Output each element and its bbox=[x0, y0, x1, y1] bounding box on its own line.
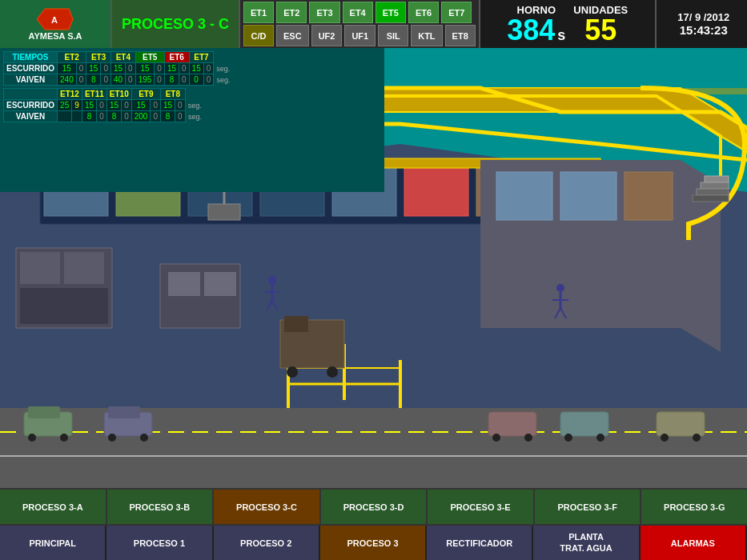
svg-point-53 bbox=[661, 434, 669, 442]
btn-et8[interactable]: ET8 bbox=[445, 25, 476, 46]
nav-proceso3[interactable]: PROCESO 3 bbox=[320, 526, 427, 560]
nav-alarmas[interactable]: ALARMAS bbox=[641, 526, 747, 560]
horno-area: HORNO 384 s UNIDADES 55 bbox=[479, 0, 655, 48]
nav-proceso2[interactable]: PROCESO 2 bbox=[214, 526, 320, 560]
btn-et5[interactable]: ET5 bbox=[376, 2, 406, 23]
svg-point-50 bbox=[564, 434, 572, 442]
svg-text:A: A bbox=[52, 15, 58, 25]
svg-rect-15 bbox=[20, 252, 60, 284]
logo-area: A AYMESA S.A bbox=[0, 0, 112, 48]
svg-rect-46 bbox=[488, 412, 536, 436]
btn-et7[interactable]: ET7 bbox=[441, 2, 472, 23]
svg-rect-17 bbox=[20, 288, 108, 324]
svg-rect-20 bbox=[204, 272, 236, 296]
tab-proceso-3b[interactable]: PROCESO 3-B bbox=[107, 490, 215, 524]
horno-value: 384 bbox=[507, 16, 555, 45]
btn-sil[interactable]: SIL bbox=[378, 25, 408, 46]
unidades-block: UNIDADES 55 bbox=[573, 4, 628, 45]
svg-point-25 bbox=[268, 276, 276, 284]
btn-ktl[interactable]: KTL bbox=[411, 25, 442, 46]
svg-rect-16 bbox=[64, 252, 104, 284]
svg-rect-64 bbox=[701, 182, 729, 189]
svg-point-47 bbox=[492, 434, 500, 442]
svg-point-30 bbox=[556, 284, 564, 292]
logo-icon: A bbox=[33, 7, 77, 31]
btn-cd[interactable]: C/D bbox=[243, 25, 274, 46]
svg-point-40 bbox=[28, 434, 36, 442]
btn-et6[interactable]: ET6 bbox=[408, 2, 439, 23]
svg-point-48 bbox=[524, 434, 532, 442]
svg-point-70 bbox=[327, 366, 338, 378]
app: A AYMESA S.A PROCESO 3 - C ET1 ET2 ET3 E… bbox=[0, 0, 747, 560]
top-buttons: ET1 ET2 ET3 ET4 ET5 ET6 ET7 C/D ESC UF2 … bbox=[240, 0, 479, 48]
btn-et4[interactable]: ET4 bbox=[343, 2, 373, 23]
svg-rect-68 bbox=[284, 316, 308, 332]
svg-point-54 bbox=[693, 434, 701, 442]
time-display: 15:43:23 bbox=[680, 23, 728, 37]
unidades-value: 55 bbox=[584, 16, 616, 45]
times-panel: TIEMPOS ET2 ET3 ET4 ET5 ET6 ET7 ESCURRID… bbox=[0, 48, 384, 192]
btn-row-2: C/D ESC UF2 UF1 SIL KTL ET8 bbox=[243, 25, 476, 46]
svg-rect-49 bbox=[560, 412, 608, 436]
datetime-area: 17/ 9 /2012 15:43:23 bbox=[655, 0, 747, 48]
nav-rectificador[interactable]: RECTIFICADOR bbox=[427, 526, 533, 560]
btn-et1[interactable]: ET1 bbox=[243, 2, 274, 23]
svg-rect-52 bbox=[657, 412, 705, 436]
nav-principal[interactable]: PRINCIPAL bbox=[0, 526, 106, 560]
btn-uf1[interactable]: UF1 bbox=[344, 25, 376, 46]
times-table-bottom: ET12 ET11 ET10 ET9 ET8 ESCURRIDO 259 150… bbox=[3, 88, 205, 122]
nav-planta-agua[interactable]: PLANTATRAT. AGUA bbox=[533, 526, 640, 560]
svg-rect-22 bbox=[496, 172, 552, 220]
btn-row-1: ET1 ET2 ET3 ET4 ET5 ET6 ET7 bbox=[243, 2, 476, 23]
svg-rect-11 bbox=[404, 164, 468, 216]
tab-proceso-3d[interactable]: PROCESO 3-D bbox=[321, 490, 428, 524]
nav-proceso1[interactable]: PROCESO 1 bbox=[106, 526, 213, 560]
btn-et3[interactable]: ET3 bbox=[309, 2, 339, 23]
btn-uf2[interactable]: UF2 bbox=[311, 25, 343, 46]
content-area: TIEMPOS ET2 ET3 ET4 ET5 ET6 ET7 ESCURRID… bbox=[0, 48, 747, 488]
logo-text: AYMESA S.A bbox=[28, 31, 82, 41]
horno-unit: s bbox=[557, 27, 565, 44]
process-title: PROCESO 3 - C bbox=[112, 0, 240, 48]
svg-rect-23 bbox=[560, 172, 616, 220]
tab-proceso-3a[interactable]: PROCESO 3-A bbox=[0, 490, 107, 524]
svg-rect-24 bbox=[625, 172, 673, 220]
tab-proceso-3g[interactable]: PROCESO 3-G bbox=[641, 490, 747, 524]
svg-point-41 bbox=[60, 434, 68, 442]
tab-proceso-3f[interactable]: PROCESO 3-F bbox=[535, 490, 642, 524]
svg-rect-39 bbox=[28, 406, 60, 418]
svg-rect-43 bbox=[108, 406, 140, 418]
svg-rect-65 bbox=[697, 189, 729, 195]
btn-et2[interactable]: ET2 bbox=[276, 2, 307, 23]
svg-rect-19 bbox=[168, 272, 200, 296]
top-bar: A AYMESA S.A PROCESO 3 - C ET1 ET2 ET3 E… bbox=[0, 0, 747, 48]
svg-point-45 bbox=[140, 434, 148, 442]
svg-rect-61 bbox=[208, 204, 240, 220]
svg-point-44 bbox=[108, 434, 116, 442]
svg-rect-63 bbox=[705, 176, 729, 182]
btn-esc[interactable]: ESC bbox=[276, 25, 309, 46]
svg-point-69 bbox=[287, 366, 298, 378]
svg-point-51 bbox=[596, 434, 604, 442]
process-tabs: PROCESO 3-A PROCESO 3-B PROCESO 3-C PROC… bbox=[0, 488, 747, 524]
times-table-top: TIEMPOS ET2 ET3 ET4 ET5 ET6 ET7 ESCURRID… bbox=[3, 51, 233, 86]
date-display: 17/ 9 /2012 bbox=[677, 11, 729, 23]
bottom-nav: PRINCIPAL PROCESO 1 PROCESO 2 PROCESO 3 … bbox=[0, 524, 747, 560]
tab-proceso-3c[interactable]: PROCESO 3-C bbox=[214, 490, 321, 524]
tab-proceso-3e[interactable]: PROCESO 3-E bbox=[428, 490, 535, 524]
svg-rect-66 bbox=[693, 195, 729, 202]
